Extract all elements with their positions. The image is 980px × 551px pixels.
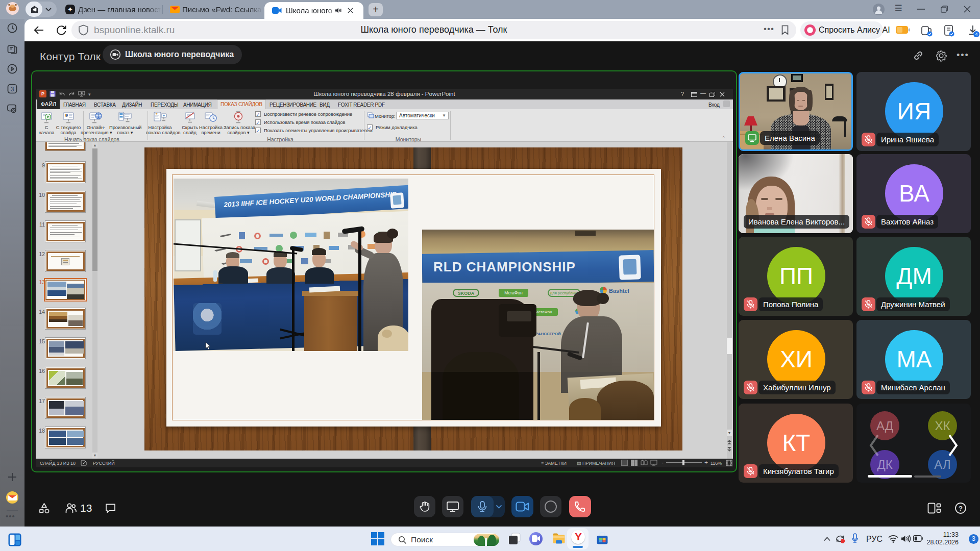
svg-text:3: 3 xyxy=(11,86,14,93)
svg-text:?: ? xyxy=(959,505,963,512)
svg-text:4: 4 xyxy=(975,32,977,37)
